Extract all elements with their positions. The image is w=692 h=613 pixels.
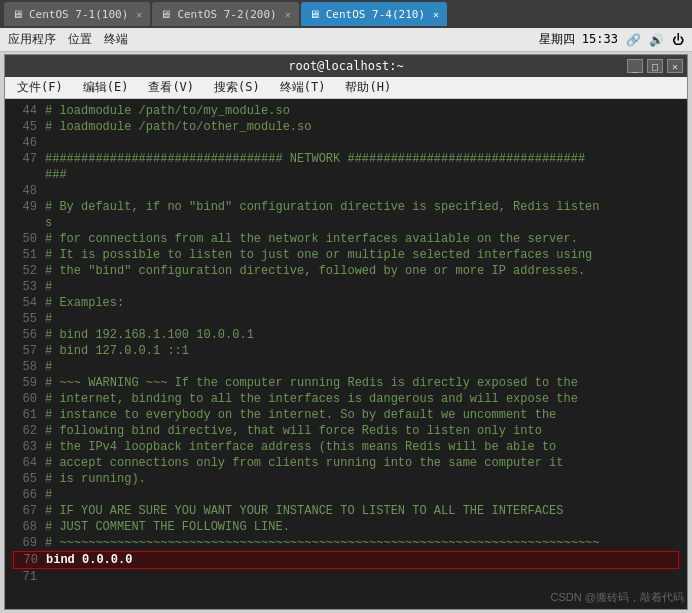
maximize-button[interactable]: □: [647, 59, 663, 73]
tab-centos4[interactable]: 🖥 CentOS 7-4(210) ✕: [301, 2, 447, 26]
line-content: # ~~~~~~~~~~~~~~~~~~~~~~~~~~~~~~~~~~~~~~…: [45, 535, 600, 551]
datetime: 星期四 15:33: [539, 31, 618, 48]
sysbar-right: 星期四 15:33 🔗 🔊 ⏻: [539, 31, 684, 48]
line-content: ################################# NETWOR…: [45, 151, 585, 167]
line-number: 57: [13, 343, 37, 359]
line-number: 56: [13, 327, 37, 343]
line-number: 58: [13, 359, 37, 375]
line-content: # It is possible to listen to just one o…: [45, 247, 592, 263]
line-number: 67: [13, 503, 37, 519]
line-number: [13, 215, 37, 231]
terminal-content[interactable]: 44# loadmodule /path/to/my_module.so45# …: [5, 99, 687, 609]
taskbar: 🖥 CentOS 7-1(100) ✕ 🖥 CentOS 7-2(200) ✕ …: [0, 0, 692, 28]
tab-centos1[interactable]: 🖥 CentOS 7-1(100) ✕: [4, 2, 150, 26]
line-content: # for connections from all the network i…: [45, 231, 578, 247]
line-number: [13, 167, 37, 183]
line-number: 52: [13, 263, 37, 279]
line-content: # the "bind" configuration directive, fo…: [45, 263, 585, 279]
line-content: # loadmodule /path/to/other_module.so: [45, 119, 311, 135]
tab1-close[interactable]: ✕: [136, 9, 142, 20]
line-number: 64: [13, 455, 37, 471]
line-number: 48: [13, 183, 37, 199]
tab-centos2[interactable]: 🖥 CentOS 7-2(200) ✕: [152, 2, 298, 26]
line-content: # JUST COMMENT THE FOLLOWING LINE.: [45, 519, 290, 535]
line-number: 62: [13, 423, 37, 439]
minimize-button[interactable]: _: [627, 59, 643, 73]
line-content: # IF YOU ARE SURE YOU WANT YOUR INSTANCE…: [45, 503, 563, 519]
line-content: # loadmodule /path/to/my_module.so: [45, 103, 290, 119]
line-number: 51: [13, 247, 37, 263]
menu-view[interactable]: 查看(V): [140, 77, 202, 98]
line-content: # is running).: [45, 471, 146, 487]
sysbar-left: 应用程序 位置 终端: [8, 31, 128, 48]
menu-edit[interactable]: 编辑(E): [75, 77, 137, 98]
line-number: 55: [13, 311, 37, 327]
monitor-icon3: 🖥: [309, 8, 320, 21]
line-number: 54: [13, 295, 37, 311]
window-controls: _ □ ✕: [627, 59, 683, 73]
line-number: 63: [13, 439, 37, 455]
system-bar: 应用程序 位置 终端 星期四 15:33 🔗 🔊 ⏻: [0, 28, 692, 52]
line-content: # ~~~ WARNING ~~~ If the computer runnin…: [45, 375, 578, 391]
line-number: 49: [13, 199, 37, 215]
tab3-close[interactable]: ✕: [433, 9, 439, 20]
window-titlebar: root@localhost:~ _ □ ✕: [5, 55, 687, 77]
line-content: # accept connections only from clients r…: [45, 455, 563, 471]
monitor-icon2: 🖥: [160, 8, 171, 21]
tab3-label: CentOS 7-4(210): [326, 8, 425, 21]
line-number: 61: [13, 407, 37, 423]
sysbar-apps[interactable]: 应用程序: [8, 31, 56, 48]
line-number: 50: [13, 231, 37, 247]
line-number: 68: [13, 519, 37, 535]
menu-help[interactable]: 帮助(H): [337, 77, 399, 98]
volume-icon[interactable]: 🔊: [649, 33, 664, 47]
line-content: # By default, if no "bind" configuration…: [45, 199, 600, 215]
line-number: 71: [13, 569, 37, 585]
network-icon: 🔗: [626, 33, 641, 47]
line-content: # the IPv4 loopback interface address (t…: [45, 439, 556, 455]
watermark: CSDN @搬砖码，敲着代码: [551, 590, 684, 605]
line-number: 60: [13, 391, 37, 407]
line-content: #: [45, 279, 52, 295]
line-number: 45: [13, 119, 37, 135]
terminal-window: root@localhost:~ _ □ ✕ 文件(F) 编辑(E) 查看(V)…: [4, 54, 688, 610]
line-content: ###: [45, 167, 67, 183]
line-content: #: [45, 487, 52, 503]
tab2-close[interactable]: ✕: [285, 9, 291, 20]
monitor-icon: 🖥: [12, 8, 23, 21]
menu-terminal[interactable]: 终端(T): [272, 77, 334, 98]
line-content: # internet, binding to all the interface…: [45, 391, 578, 407]
line-content: # following bind directive, that will fo…: [45, 423, 542, 439]
window-title: root@localhost:~: [288, 59, 404, 73]
line-content: # bind 192.168.1.100 10.0.0.1: [45, 327, 254, 343]
line-number: 69: [13, 535, 37, 551]
menu-bar: 文件(F) 编辑(E) 查看(V) 搜索(S) 终端(T) 帮助(H): [5, 77, 687, 99]
line-number: 59: [13, 375, 37, 391]
close-button[interactable]: ✕: [667, 59, 683, 73]
sysbar-location[interactable]: 位置: [68, 31, 92, 48]
line-number: 70: [14, 552, 38, 568]
line-number: 66: [13, 487, 37, 503]
menu-search[interactable]: 搜索(S): [206, 77, 268, 98]
line-content: # Examples:: [45, 295, 124, 311]
power-icon[interactable]: ⏻: [672, 33, 684, 47]
line-content: #: [45, 311, 52, 327]
line-number: 65: [13, 471, 37, 487]
line-content: bind 0.0.0.0: [46, 552, 132, 568]
line-content: s: [45, 215, 52, 231]
tab1-label: CentOS 7-1(100): [29, 8, 128, 21]
menu-file[interactable]: 文件(F): [9, 77, 71, 98]
sysbar-terminal[interactable]: 终端: [104, 31, 128, 48]
line-number: 47: [13, 151, 37, 167]
line-number: 44: [13, 103, 37, 119]
line-content: #: [45, 359, 52, 375]
line-content: # instance to everybody on the internet.…: [45, 407, 556, 423]
line-number: 46: [13, 135, 37, 151]
line-number: 53: [13, 279, 37, 295]
tab2-label: CentOS 7-2(200): [177, 8, 276, 21]
line-content: # bind 127.0.0.1 ::1: [45, 343, 189, 359]
